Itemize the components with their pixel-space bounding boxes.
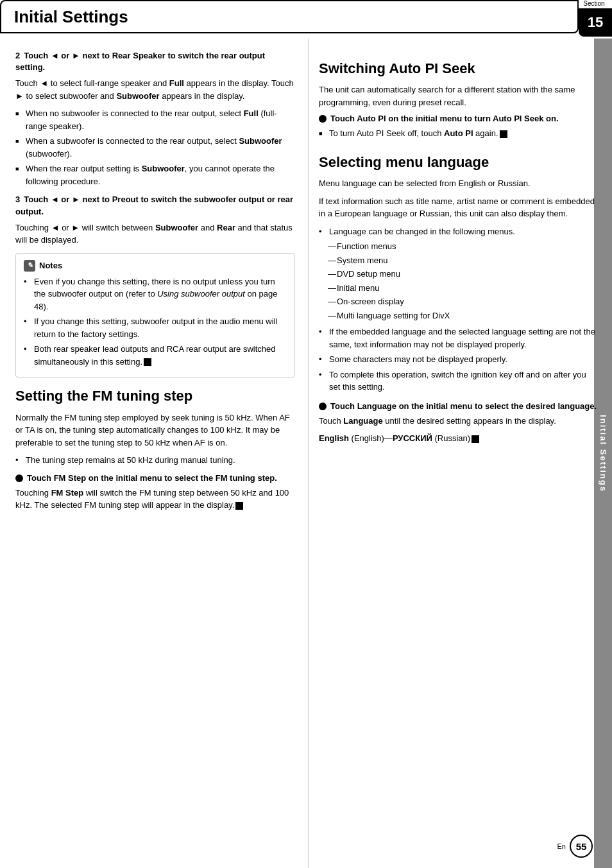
fm-touch-heading-wrapper: Touch FM Step on the initial menu to sel… [15, 473, 295, 512]
fm-touch-body: Touching FM Step will switch the FM tuni… [15, 487, 295, 512]
page-container: Section 15 Initial Settings Initial Sett… [0, 0, 612, 868]
auto-pi-body: The unit can automatically search for a … [319, 83, 599, 108]
step2-bullet3: When the rear output setting is Subwoofe… [15, 162, 295, 187]
lang-language-line: English (English)—РУССКИЙ (Russian) [319, 432, 599, 445]
auto-pi-title-text: Switching Auto PI Seek [319, 60, 475, 76]
lang-bullet1: If the embedded language and the selecte… [319, 326, 599, 351]
menu-lang-body2: If text information such as title name, … [319, 195, 599, 220]
step2-body: Touch ◄ to select full-range speaker and… [15, 77, 295, 102]
section-badge: Section 15 [579, 0, 612, 37]
auto-pi-touch-text: Touch Auto PI on the initial menu to tur… [330, 114, 559, 123]
section-label: Section [583, 0, 607, 7]
menu-lang-title-text: Selecting menu language [319, 154, 489, 170]
lang-list-item2: System menu [319, 254, 599, 267]
lang-touch-heading-text: Touch Language on the initial menu to se… [330, 401, 597, 411]
note3: Both rear speaker lead outputs and RCA r… [24, 343, 287, 368]
lang-list-heading: Language can be changed in the following… [319, 225, 599, 238]
en-label: En [557, 842, 566, 850]
fm-body1: Normally the FM tuning step employed by … [15, 412, 295, 449]
page-number-box: En 55 [557, 835, 593, 858]
step2-heading: 2Touch ◄ or ► next to Rear Speaker to sw… [15, 50, 295, 73]
auto-pi-title: Switching Auto PI Seek [319, 60, 599, 77]
step3-heading: 3Touch ◄ or ► next to Preout to switch t… [15, 194, 295, 217]
title-bar: Initial Settings [0, 0, 579, 33]
step2-heading-text: 2Touch ◄ or ► next to Rear Speaker to sw… [15, 51, 265, 72]
lang-bullet2: Some characters may not be displayed pro… [319, 353, 599, 366]
lang-bullet3: To complete this operation, switch the i… [319, 369, 599, 394]
notes-icon: ✎ [24, 260, 35, 272]
fm-section-title: Setting the FM tuning step [15, 388, 295, 404]
page-title: Initial Settings [14, 7, 128, 27]
step2-bullet2: When a subwoofer is connected to the rea… [15, 135, 295, 160]
note1: Even if you change this setting, there i… [24, 275, 287, 313]
circle-bullet-icon3 [319, 403, 327, 410]
fm-bullet1: The tuning step remains at 50 kHz during… [15, 454, 295, 467]
stop-icon3 [500, 130, 507, 138]
lang-touch-heading: Touch Language on the initial menu to se… [319, 401, 599, 411]
stop-icon2 [235, 502, 243, 510]
circle-bullet-icon1 [15, 474, 23, 482]
fm-touch-heading-text: Touch FM Step on the initial menu to sel… [27, 473, 277, 483]
lang-list-item1: Function menus [319, 240, 599, 253]
notes-box: ✎ Notes Even if you change this setting,… [15, 253, 295, 378]
notes-title: ✎ Notes [24, 260, 287, 272]
lang-list-item5: On-screen display [319, 295, 599, 308]
auto-pi-touch-heading: Touch Auto PI on the initial menu to tur… [319, 114, 599, 123]
step2-bullet1: When no subwoofer is connected to the re… [15, 107, 295, 132]
section-number: 15 [579, 8, 612, 37]
lang-list-item4: Initial menu [319, 282, 599, 295]
menu-lang-title: Selecting menu language [319, 154, 599, 171]
content-area: 2Touch ◄ or ► next to Rear Speaker to sw… [0, 39, 612, 868]
notes-label: Notes [39, 261, 62, 270]
menu-lang-body1: Menu language can be selected from Engli… [319, 177, 599, 190]
fm-touch-heading: Touch FM Step on the initial menu to sel… [15, 473, 295, 483]
step3-body: Touching ◄ or ► will switch between Subw… [15, 221, 295, 247]
stop-icon4 [472, 435, 479, 443]
lang-list-item3: DVD setup menu [319, 268, 599, 281]
left-column: 2Touch ◄ or ► next to Rear Speaker to sw… [0, 39, 308, 868]
right-column: Switching Auto PI Seek The unit can auto… [308, 39, 612, 868]
circle-bullet-icon2 [319, 115, 327, 123]
page-number: 55 [570, 835, 593, 858]
lang-list-item6: Multi language setting for DivX [319, 309, 599, 322]
lang-touch-wrapper: Touch Language on the initial menu to se… [319, 401, 599, 445]
note2: If you change this setting, subwoofer ou… [24, 315, 287, 340]
fm-title-text: Setting the FM tuning step [15, 388, 192, 404]
auto-pi-off-bullet: To turn Auto PI Seek off, touch Auto PI … [319, 127, 599, 140]
lang-touch-body: Touch Language until the desired setting… [319, 415, 599, 428]
stop-icon1 [144, 358, 151, 366]
